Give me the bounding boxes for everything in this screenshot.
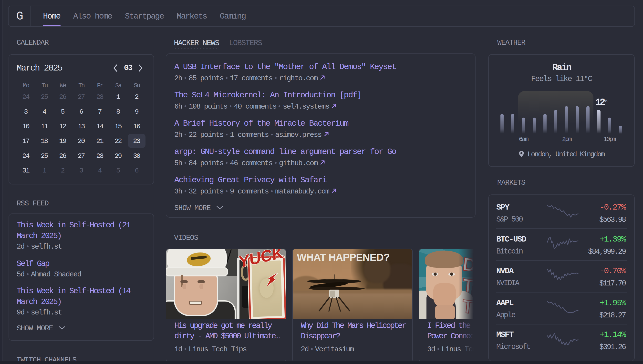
svg-text:WHAT HAPPENED?: WHAT HAPPENED?: [297, 252, 390, 263]
svg-text:YUCK: YUCK: [239, 249, 286, 271]
